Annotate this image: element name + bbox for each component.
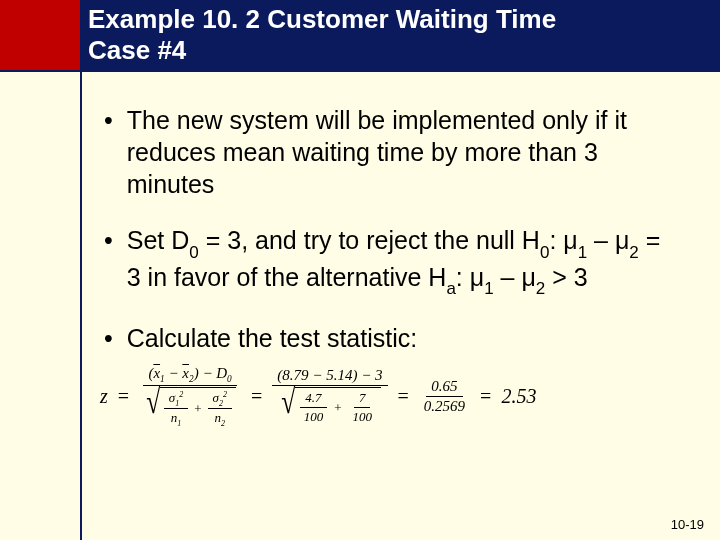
bullet-marker: • xyxy=(104,104,113,136)
title-line-1: Example 10. 2 Customer Waiting Time xyxy=(88,4,556,34)
eq-frac-3-num: 0.65 xyxy=(426,377,462,397)
eq-equals-4: = xyxy=(478,385,493,408)
eq-frac-3-den: 0.2569 xyxy=(419,397,470,416)
eq-z: z xyxy=(100,385,108,408)
slide-header: Example 10. 2 Customer Waiting Time Case… xyxy=(0,0,720,72)
bullet-2-text: Set D0 = 3, and try to reject the null H… xyxy=(127,224,674,298)
eq-frac-2-den: √ 4.7 100 + 7 100 xyxy=(274,386,386,427)
bullet-1: • The new system will be implemented onl… xyxy=(92,104,674,200)
slide-content: • The new system will be implemented onl… xyxy=(84,80,704,430)
page-number: 10-19 xyxy=(671,517,704,532)
eq-equals-3: = xyxy=(396,385,411,408)
bullet-marker: • xyxy=(104,322,113,354)
eq-equals-2: = xyxy=(249,385,264,408)
slide-title: Example 10. 2 Customer Waiting Time Case… xyxy=(88,4,556,65)
eq-frac-1-den: √ σ12 n1 + σ22 n2 xyxy=(139,386,241,431)
sqrt-2: √ 4.7 100 + 7 100 xyxy=(279,387,381,426)
equation: z = (x1 − x2) − D0 √ σ12 n1 + σ22 xyxy=(100,364,674,431)
header-red-block xyxy=(0,0,82,72)
bullet-3: • Calculate the test statistic: xyxy=(92,322,674,354)
eq-frac-2: (8.79 − 5.14) − 3 √ 4.7 100 + 7 100 xyxy=(272,366,387,427)
bullet-2: • Set D0 = 3, and try to reject the null… xyxy=(92,224,674,298)
radical-icon: √ xyxy=(146,387,160,430)
sqrt-1: √ σ12 n1 + σ22 n2 xyxy=(144,387,236,430)
left-rail xyxy=(0,72,82,540)
header-title-wrap: Example 10. 2 Customer Waiting Time Case… xyxy=(82,0,720,69)
bullet-3-text: Calculate the test statistic: xyxy=(127,322,674,354)
eq-result: 2.53 xyxy=(501,385,536,408)
title-line-2: Case #4 xyxy=(88,35,186,65)
radical-icon: √ xyxy=(281,387,295,426)
bullet-marker: • xyxy=(104,224,113,256)
eq-frac-3: 0.65 0.2569 xyxy=(419,377,470,416)
bullet-1-text: The new system will be implemented only … xyxy=(127,104,674,200)
eq-equals-1: = xyxy=(116,385,131,408)
eq-frac-1: (x1 − x2) − D0 √ σ12 n1 + σ22 n2 xyxy=(139,364,241,431)
